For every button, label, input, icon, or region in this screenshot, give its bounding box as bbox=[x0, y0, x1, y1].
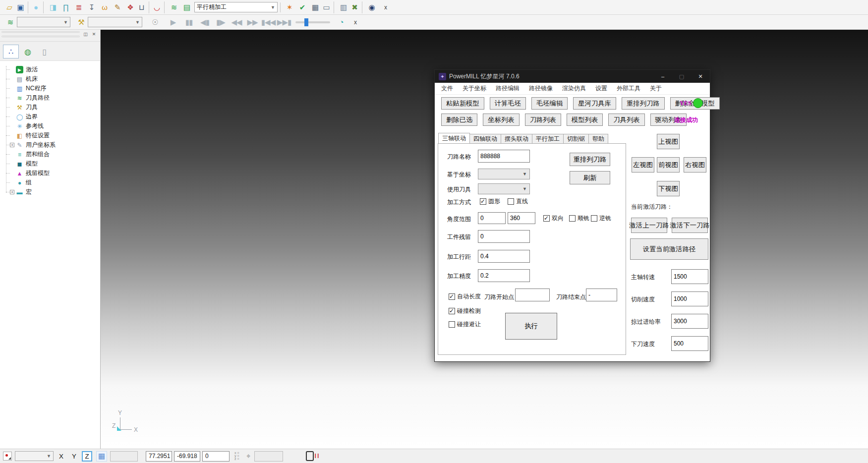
menu-item-2[interactable]: 关于坐标 bbox=[463, 84, 486, 93]
tree-item-边界[interactable]: + ◯ 边界 bbox=[3, 112, 100, 121]
view-right-button[interactable]: 右视图 bbox=[684, 157, 706, 173]
circular-checkbox[interactable]: 圆形 bbox=[480, 197, 500, 206]
calculator-icon[interactable]: ▦ bbox=[309, 1, 321, 13]
sim-toolpath-select[interactable]: ▼ bbox=[17, 17, 70, 27]
edit-toolpath-icon[interactable]: ✎ bbox=[112, 1, 123, 13]
angle-to-input[interactable] bbox=[508, 212, 535, 224]
dialog-button-星河刀具库[interactable]: 星河刀具库 bbox=[573, 97, 616, 110]
play-icon[interactable]: ▶ bbox=[167, 16, 179, 28]
axis-z-button[interactable]: Z bbox=[82, 451, 92, 462]
menu-item-1[interactable]: 文件 bbox=[441, 84, 453, 93]
sim-tool-select[interactable]: ▼ bbox=[88, 17, 142, 27]
collision-check-checkbox[interactable]: 碰撞检测 bbox=[449, 307, 481, 315]
掠过进给率-input[interactable] bbox=[671, 314, 708, 329]
menu-item-7[interactable]: 外部工具 bbox=[617, 84, 640, 93]
explorer-tree-tab[interactable]: ∴ bbox=[3, 45, 19, 58]
stock-model-icon[interactable]: ≣ bbox=[73, 1, 85, 13]
tree-item-激活[interactable]: + ▶ 激活 bbox=[3, 65, 100, 74]
tool-select[interactable]: ▼ bbox=[478, 183, 530, 194]
search-back-icon[interactable]: ◀◀ bbox=[231, 16, 242, 28]
start-point-input[interactable] bbox=[515, 289, 550, 301]
tool-holder-icon[interactable]: ⊔ bbox=[137, 1, 149, 13]
tab-四轴联动[interactable]: 四轴联动 bbox=[469, 134, 501, 143]
activate-prev-toolpath-button[interactable]: 激活上一刀路 bbox=[631, 218, 667, 233]
collision-avoid-checkbox[interactable]: 碰撞避让 bbox=[449, 320, 481, 329]
stepover-input[interactable] bbox=[478, 250, 530, 263]
open-project-icon[interactable]: ▱ bbox=[3, 1, 15, 13]
close-panel-icon[interactable]: ✕ bbox=[90, 31, 98, 38]
auto-length-checkbox[interactable]: 自动长度 bbox=[449, 292, 481, 301]
dialog-button-坐标列表[interactable]: 坐标列表 bbox=[483, 114, 519, 126]
copy-clipboard-icon[interactable]: ▥ bbox=[338, 1, 349, 13]
view-bottom-button[interactable]: 下视图 bbox=[657, 181, 680, 196]
tree-item-特征设置[interactable]: + ◧ 特征设置 bbox=[3, 131, 100, 140]
search-forward-icon[interactable]: ▶▶ bbox=[246, 16, 258, 28]
tree-item-层和组合[interactable]: + ≡ 层和组合 bbox=[3, 150, 100, 159]
binoculars-icon[interactable]: ◉ bbox=[366, 1, 378, 13]
web-globe-tab[interactable]: ◍ bbox=[20, 45, 36, 58]
expand-icon[interactable]: + bbox=[10, 143, 14, 147]
go-start-icon[interactable]: ▮◀◀ bbox=[262, 16, 274, 28]
dialog-button-计算毛坯[interactable]: 计算毛坯 bbox=[490, 97, 526, 110]
arc-lead-tool-icon[interactable]: ◡ bbox=[153, 1, 165, 13]
rearrange-toolpath-button[interactable]: 重排列刀路 bbox=[570, 153, 610, 166]
menu-item-5[interactable]: 渲染仿真 bbox=[562, 84, 586, 93]
set-active-path-button[interactable]: 设置当前激活路径 bbox=[630, 238, 708, 260]
sim-speed-slider[interactable] bbox=[295, 21, 330, 23]
tree-item-机床[interactable]: + ▤ 机床 bbox=[3, 74, 100, 84]
sim-toolbar-close-button[interactable]: x bbox=[351, 18, 360, 27]
toolbar-close-button[interactable]: x bbox=[381, 3, 390, 12]
dialog-button-删除已选[interactable]: 删除已选 bbox=[441, 114, 477, 126]
expand-icon[interactable]: + bbox=[10, 190, 14, 194]
下刀速度-input[interactable] bbox=[671, 336, 708, 351]
tree-item-组[interactable]: + ● 组 bbox=[3, 178, 100, 187]
step-forward-icon[interactable]: ▮▶ bbox=[215, 16, 227, 28]
step-back-icon[interactable]: ◀▮ bbox=[199, 16, 211, 28]
tree-item-NC程序[interactable]: + ▥ NC程序 bbox=[3, 84, 100, 93]
view-left-button[interactable]: 左视图 bbox=[632, 157, 654, 173]
dock-groove[interactable] bbox=[1, 36, 80, 37]
view-top-button[interactable]: 上视图 bbox=[657, 134, 680, 149]
block-icon[interactable]: ◨ bbox=[47, 1, 59, 13]
stock-input[interactable] bbox=[478, 230, 530, 243]
toolpath-name-input[interactable] bbox=[478, 150, 530, 163]
angle-from-input[interactable] bbox=[478, 212, 506, 224]
both-direction-checkbox[interactable]: 双向 bbox=[543, 214, 564, 223]
tree-item-参考线[interactable]: + ✳ 参考线 bbox=[3, 121, 100, 131]
menu-item-3[interactable]: 路径编辑 bbox=[496, 84, 520, 93]
tab-三轴联动[interactable]: 三轴联动 bbox=[438, 133, 470, 143]
tree-item-残留模型[interactable]: + ▲ 残留模型 bbox=[3, 169, 100, 178]
pattern-points-icon[interactable]: ❖ bbox=[124, 1, 136, 13]
strategy-list-icon[interactable]: ▤ bbox=[181, 1, 193, 13]
boundary-path-icon[interactable]: ∏ bbox=[60, 1, 72, 13]
axis-y-button[interactable]: Y bbox=[69, 451, 79, 462]
tree-item-刀具路径[interactable]: + ≋ 刀具路径 bbox=[3, 93, 100, 103]
dialog-button-刀具列表[interactable]: 刀具列表 bbox=[608, 114, 644, 126]
dialog-button-刀路列表[interactable]: 刀路列表 bbox=[525, 114, 561, 126]
refresh-button[interactable]: 刷新 bbox=[570, 171, 610, 184]
主轴转速-input[interactable] bbox=[671, 269, 708, 284]
recycle-bin-tab[interactable]: ▯ bbox=[37, 45, 53, 58]
tab-切割锯[interactable]: 切割锯 bbox=[563, 134, 589, 143]
tree-item-用户坐标系[interactable]: + ✎ 用户坐标系 bbox=[3, 140, 100, 150]
coord-select[interactable]: ▼ bbox=[478, 169, 530, 179]
grid-size-field[interactable] bbox=[110, 451, 138, 462]
tree-item-刀具[interactable]: + ⚒ 刀具 bbox=[3, 103, 100, 112]
leads-links-icon[interactable]: ω bbox=[99, 1, 111, 13]
snap-point-icon[interactable] bbox=[3, 452, 12, 461]
dock-groove[interactable] bbox=[1, 31, 80, 33]
end-point-input[interactable] bbox=[586, 289, 617, 301]
tool-check-icon[interactable]: ✔ bbox=[296, 1, 308, 13]
tool-burst-icon[interactable]: ✶ bbox=[284, 1, 295, 13]
minimize-button[interactable]: – bbox=[653, 70, 672, 83]
dialog-button-毛坯编辑[interactable]: 毛坯编辑 bbox=[531, 97, 568, 110]
tab-帮助[interactable]: 帮助 bbox=[588, 134, 608, 143]
clamp-pause-icon[interactable] bbox=[306, 451, 314, 461]
bulb-icon[interactable]: ☉ bbox=[149, 16, 161, 28]
tab-摆头联动[interactable]: 摆头联动 bbox=[501, 134, 532, 143]
tab-平行加工[interactable]: 平行加工 bbox=[532, 134, 564, 143]
menu-item-8[interactable]: 关于 bbox=[650, 84, 662, 93]
menu-item-4[interactable]: 路径镜像 bbox=[529, 84, 553, 93]
activate-next-toolpath-button[interactable]: 激活下一刀路 bbox=[672, 218, 708, 233]
ruler-icon[interactable]: ▭ bbox=[322, 1, 334, 13]
